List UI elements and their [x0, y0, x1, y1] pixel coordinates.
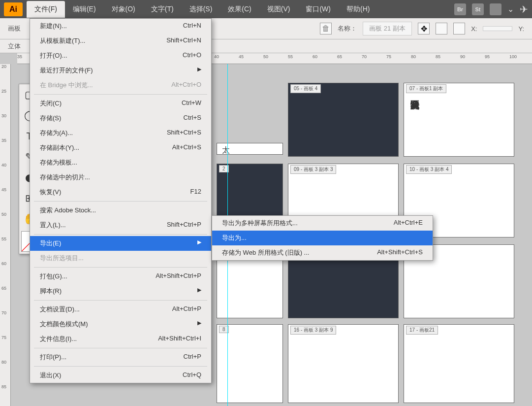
menu-object[interactable]: 对象(O) [104, 1, 143, 18]
menu-file[interactable]: 文件(F) [27, 1, 65, 18]
menu-window[interactable]: 窗口(W) [298, 1, 339, 18]
menu-item[interactable]: 存储(S)Ctrl+S [30, 111, 211, 126]
submenu-item[interactable]: 存储为 Web 所用格式 (旧版) ...Alt+Shift+Ctrl+S [212, 245, 433, 260]
artboard[interactable]: 16 - 画板 3 副本 9 [288, 324, 399, 403]
artboard[interactable]: 05 - 画板 4 [288, 83, 399, 157]
menu-item[interactable]: 存储副本(Y)...Alt+Ctrl+S [30, 140, 211, 155]
submenu-item[interactable]: 导出为... [212, 231, 433, 245]
artboard[interactable]: 太 [217, 143, 283, 155]
menu-view[interactable]: 视图(V) [259, 1, 298, 18]
artboard-label: 07 - 画板1 副本 [406, 84, 446, 93]
menu-item[interactable]: 文件信息(I)...Alt+Shift+Ctrl+I [30, 332, 211, 346]
arrange-icon[interactable] [490, 3, 501, 15]
artboard-label: 09 - 画板 3 副本 3 [290, 165, 336, 174]
file-menu-dropdown: 新建(N)...Ctrl+N从模板新建(T)...Shift+Ctrl+N打开(… [30, 18, 212, 383]
menu-item[interactable]: 脚本(R)▶ [30, 284, 211, 299]
menu-item[interactable]: 从模板新建(T)...Shift+Ctrl+N [30, 34, 211, 48]
menu-item: 导出所选项目... [30, 251, 211, 266]
menu-item[interactable]: 导出(E)▶ [30, 236, 211, 251]
ruler-vertical: 2025303540455055606570758085 [0, 64, 11, 406]
menu-item[interactable]: 关闭(C)Ctrl+W [30, 96, 211, 111]
trash-icon[interactable]: 🗑 [320, 23, 332, 34]
menu-item[interactable]: 文档颜色模式(M)▶ [30, 317, 211, 332]
menu-help[interactable]: 帮助(H) [339, 1, 377, 18]
artboard-label: 16 - 画板 3 副本 9 [290, 326, 336, 335]
move-icon[interactable]: ✥ [418, 23, 430, 34]
artboard-label: 17 - 画板21 [406, 326, 438, 335]
menu-item[interactable]: 恢复(V)F12 [30, 185, 211, 200]
menubar: Ai 文件(F) 编辑(E) 对象(O) 文字(T) 选择(S) 效果(C) 视… [0, 0, 532, 18]
export-submenu: 导出为多种屏幕所用格式...Alt+Ctrl+E导出为...存储为 Web 所用… [212, 215, 433, 261]
artboard[interactable]: 8 [217, 324, 283, 403]
menu-item[interactable]: 置入(L)...Shift+Ctrl+P [30, 218, 211, 233]
menu-item: 在 Bridge 中浏览...Alt+Ctrl+O [30, 78, 211, 93]
menu-select[interactable]: 选择(S) [182, 1, 220, 18]
submenu-item[interactable]: 导出为多种屏幕所用格式...Alt+Ctrl+E [212, 216, 433, 231]
chevron-down-icon[interactable]: ⌄ [507, 4, 514, 14]
bridge-icon[interactable]: Br [454, 3, 466, 15]
menu-item[interactable]: 文档设置(D)...Alt+Ctrl+P [30, 302, 211, 317]
menu-item[interactable]: 打印(P)...Ctrl+P [30, 350, 211, 365]
menu-item[interactable]: 存储为(A)...Shift+Ctrl+S [30, 126, 211, 140]
artboard[interactable]: 07 - 画板1 副本我要跳海 [404, 83, 514, 157]
artboard-label: 05 - 画板 4 [290, 84, 321, 93]
artboard-label: 画板 [8, 24, 21, 33]
menu-item[interactable]: 打包(G)...Alt+Shift+Ctrl+P [30, 269, 211, 284]
menu-item[interactable]: 最近打开的文件(F)▶ [30, 63, 211, 78]
menu-type[interactable]: 文字(T) [143, 1, 182, 18]
menu-item[interactable]: 退出(X)Ctrl+Q [30, 368, 211, 383]
y-label: Y: [518, 25, 524, 33]
document-tab[interactable]: 立体 [8, 42, 21, 51]
menu-item[interactable]: 搜索 Adobe Stock... [30, 203, 211, 218]
x-label: X: [471, 25, 477, 33]
artboard[interactable]: 17 - 画板21 [404, 324, 514, 403]
menu-item[interactable]: 打开(O)...Ctrl+O [30, 48, 211, 63]
x-field[interactable] [483, 26, 512, 31]
menu-item[interactable]: 存储为模板... [30, 155, 211, 170]
menu-item[interactable]: 新建(N)...Ctrl+N [30, 19, 211, 34]
options-icon[interactable] [436, 23, 447, 34]
grid-icon[interactable] [453, 23, 465, 34]
menu-effect[interactable]: 效果(C) [220, 1, 259, 18]
artboard-label: 10 - 画板 3 副本 4 [406, 165, 452, 174]
menu-item[interactable]: 存储选中的切片... [30, 170, 211, 185]
name-label: 名称： [338, 24, 357, 33]
stock-icon[interactable]: St [472, 3, 484, 15]
app-icon: Ai [4, 2, 23, 16]
name-field[interactable]: 画板 21 副本 [363, 22, 412, 35]
menu-edit[interactable]: 编辑(E) [65, 1, 104, 18]
paper-plane-icon[interactable]: ✈ [520, 3, 528, 15]
